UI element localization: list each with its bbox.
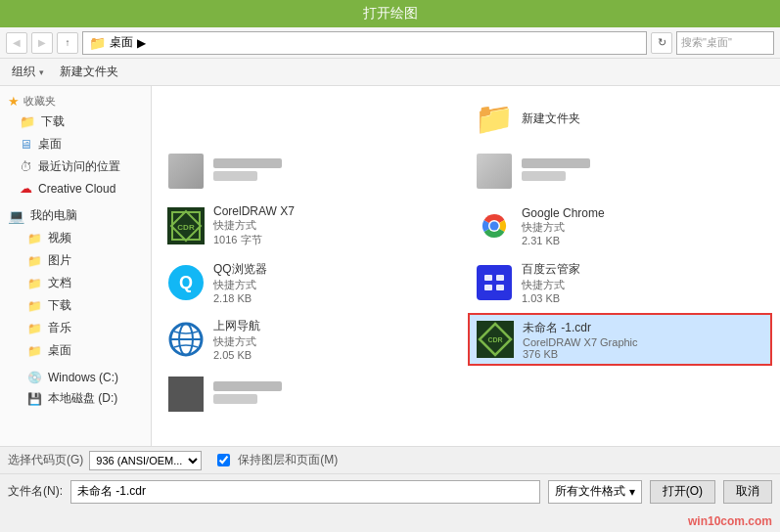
sidebar-sub-label: 音乐 [48, 320, 71, 336]
file-type: 快捷方式 [213, 278, 457, 292]
blurred-dark-icon [166, 375, 206, 414]
desktop-icon: 🖥 [20, 137, 32, 152]
address-bar: ◀ ▶ ↑ 📁 桌面 ▶ ↻ 搜索"桌面" [0, 27, 780, 59]
cancel-button[interactable]: 取消 [723, 480, 772, 504]
list-item-blurred1[interactable] [160, 147, 464, 196]
blurred-name [213, 158, 282, 168]
sidebar-item-music[interactable]: 📁 音乐 [0, 317, 151, 339]
svg-text:CDR: CDR [487, 336, 502, 343]
pictures-icon: 📁 [27, 254, 42, 268]
sidebar-item-pictures[interactable]: 📁 图片 [0, 249, 151, 272]
list-item-qq[interactable]: Q QQ浏览器 快捷方式 2.18 KB [160, 256, 464, 309]
blurred-name [522, 158, 590, 168]
file-name: Google Chrome [522, 206, 765, 220]
encoding-section: 选择代码页(G) 936 (ANSI/OEM... [8, 451, 202, 470]
address-path[interactable]: 📁 桌面 ▶ [82, 31, 647, 55]
list-item-ie[interactable]: 上网导航 快捷方式 2.05 KB [160, 313, 464, 366]
enc-select[interactable]: 936 (ANSI/OEM... [89, 451, 202, 470]
sidebar-item-winc[interactable]: 💿 Windows (C:) [0, 368, 151, 387]
svg-text:Q: Q [179, 273, 193, 292]
file-size: 2.05 KB [213, 349, 457, 361]
music-icon: 📁 [27, 322, 42, 335]
list-item-new-folder[interactable]: 📁 新建文件夹 [468, 94, 772, 143]
list-item-blurred2[interactable] [468, 147, 772, 196]
list-item-blurred-dark[interactable] [160, 370, 464, 419]
file-info [522, 158, 765, 184]
svg-point-6 [490, 222, 499, 231]
winc-icon: 💿 [27, 371, 42, 384]
search-box[interactable]: 搜索"桌面" [676, 31, 774, 55]
svg-rect-10 [496, 275, 504, 281]
forward-button[interactable]: ▶ [31, 32, 53, 54]
file-info: Google Chrome 快捷方式 2.31 KB [522, 206, 765, 246]
desk2-icon: 📁 [27, 344, 42, 358]
filename-bar: 文件名(N): 所有文件格式 ▾ 打开(O) 取消 [0, 473, 780, 509]
folder-icon: 📁 [20, 114, 35, 129]
file-size: 2.18 KB [213, 292, 457, 304]
title-text: 打开绘图 [363, 5, 418, 22]
file-size: 2.31 KB [522, 235, 765, 246]
keep-checkbox[interactable] [217, 454, 230, 466]
file-name: 未命名 -1.cdr [523, 320, 764, 336]
sidebar-item-locd[interactable]: 💾 本地磁盘 (D:) [0, 387, 151, 410]
file-size: 1.03 KB [522, 292, 765, 304]
list-item-coreldraw[interactable]: CDR CorelDRAW X7 快捷方式 1016 字节 [160, 200, 464, 252]
file-size: 376 KB [523, 348, 764, 360]
new-folder-button[interactable]: 新建文件夹 [56, 62, 122, 82]
sidebar-item-desk2[interactable]: 📁 桌面 [0, 339, 151, 362]
list-item-cdr-selected[interactable]: CDR 未命名 -1.cdr CorelDRAW X7 Graphic 376 … [468, 313, 772, 366]
filename-input[interactable] [70, 480, 540, 504]
list-item-chrome[interactable]: Google Chrome 快捷方式 2.31 KB [468, 200, 772, 252]
filetype-button[interactable]: 所有文件格式 ▾ [548, 480, 642, 504]
folder-icon: 📁 [89, 35, 106, 51]
file-info: 上网导航 快捷方式 2.05 KB [213, 318, 457, 361]
sidebar-item-label: 最近访问的位置 [38, 158, 120, 175]
sidebar-item-videos[interactable]: 📁 视频 [0, 227, 151, 249]
organize-button[interactable]: 组织 ▾ [8, 62, 48, 82]
blurred-detail [213, 171, 257, 181]
list-item-baidu[interactable]: 百度云管家 快捷方式 1.03 KB [468, 256, 772, 309]
sidebar-sub-label: 本地磁盘 (D:) [48, 390, 117, 407]
file-name: 上网导航 [213, 318, 457, 334]
file-type: 快捷方式 [213, 334, 457, 349]
file-type: 快捷方式 [522, 220, 765, 235]
file-name: 新建文件夹 [522, 111, 765, 127]
blurred-name [213, 381, 282, 391]
sidebar-item-label: Creative Cloud [38, 182, 115, 196]
main-content: ★ 收藏夹 📁 下载 🖥 桌面 ⏱ 最近访问的位置 ☁ Creative Clo… [0, 86, 780, 446]
enc-label: 选择代码页(G) [8, 452, 83, 468]
keep-section: 保持图层和页面(M) [217, 452, 338, 468]
sidebar-item-dl[interactable]: 📁 下载 [0, 294, 151, 317]
up-button[interactable]: ↑ [57, 32, 78, 54]
sidebar-item-desktop[interactable]: 🖥 桌面 [0, 133, 151, 155]
sidebar-item-download[interactable]: 📁 下载 [0, 111, 151, 133]
file-info: QQ浏览器 快捷方式 2.18 KB [213, 261, 457, 304]
sidebar-item-cc[interactable]: ☁ Creative Cloud [0, 178, 151, 199]
file-name: CorelDRAW X7 [213, 204, 457, 218]
file-info: 百度云管家 快捷方式 1.03 KB [522, 261, 765, 304]
pc-icon: 💻 [8, 208, 24, 224]
mypc-section[interactable]: 💻 我的电脑 [0, 204, 151, 227]
open-label: 打开(O) [663, 484, 703, 498]
watermark: win10com.com [688, 514, 772, 528]
locd-icon: 💾 [27, 392, 42, 406]
status-bar: 选择代码页(G) 936 (ANSI/OEM... 保持图层和页面(M) [0, 446, 780, 473]
ie-icon [166, 320, 206, 359]
open-button[interactable]: 打开(O) [650, 480, 715, 504]
file-info [213, 381, 457, 407]
back-button[interactable]: ◀ [6, 32, 27, 54]
title-bar: 打开绘图 [0, 0, 780, 27]
svg-rect-12 [496, 285, 504, 290]
sidebar-sub-label: 图片 [48, 252, 71, 269]
search-placeholder: 搜索"桌面" [681, 35, 732, 50]
baidu-icon [475, 263, 514, 302]
favorites-label: 收藏夹 [23, 94, 56, 109]
filetype-chevron: ▾ [629, 485, 635, 499]
cancel-label: 取消 [736, 484, 759, 498]
sidebar-item-documents[interactable]: 📁 文档 [0, 272, 151, 294]
refresh-button[interactable]: ↻ [651, 32, 672, 54]
new-folder-label: 新建文件夹 [60, 64, 118, 80]
keep-label: 保持图层和页面(M) [238, 452, 338, 468]
cdr-file-icon: CDR [476, 320, 515, 359]
sidebar-item-recent[interactable]: ⏱ 最近访问的位置 [0, 155, 151, 178]
